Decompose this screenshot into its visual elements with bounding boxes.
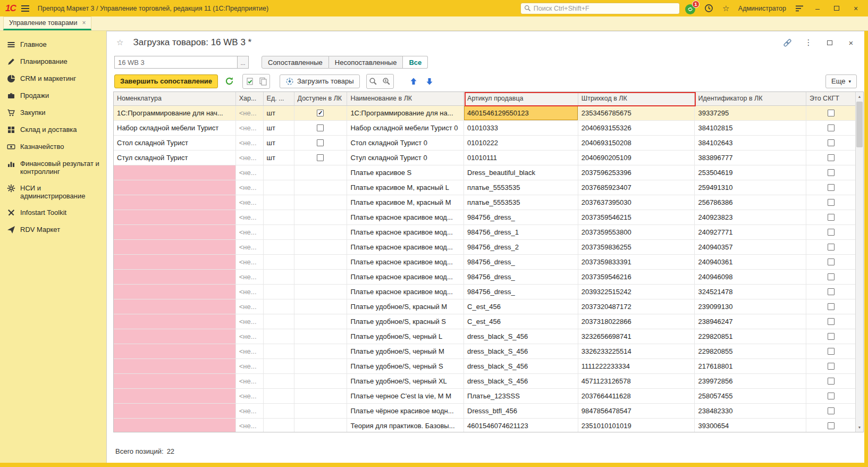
cell-nomenclature[interactable]: [114, 210, 236, 224]
table-row[interactable]: <не...Платье чёрное красивое модн...Dres…: [114, 404, 855, 419]
cell-seller-article[interactable]: 984756_dress_1: [464, 225, 578, 239]
checkbox-is-skgt[interactable]: [828, 139, 835, 146]
cell-available-in-lk[interactable]: [294, 240, 348, 254]
cell-characteristic[interactable]: <не...: [236, 151, 264, 165]
checkbox-is-skgt[interactable]: [828, 124, 835, 131]
cell-unit[interactable]: [264, 404, 294, 418]
cell-available-in-lk[interactable]: [294, 180, 348, 195]
more-button[interactable]: Еще ▾: [825, 74, 857, 88]
cell-name-in-lk[interactable]: Платье удобное/S, черный L: [347, 329, 464, 344]
cell-is-skgt[interactable]: [806, 299, 855, 314]
cell-barcode-in-lk[interactable]: 2037664411628: [578, 389, 695, 403]
cell-name-in-lk[interactable]: Платье красное красивое мод...: [347, 285, 464, 299]
cell-identifier-in-lk[interactable]: 217618801: [695, 359, 806, 373]
column-header-name-in-lk[interactable]: Наименование в ЛК: [347, 92, 464, 105]
advanced-find-button[interactable]: [380, 74, 393, 88]
cell-barcode-in-lk[interactable]: 2040690205109: [578, 151, 695, 165]
sidebar-item-glavnoe[interactable]: Главное: [0, 36, 106, 53]
cell-characteristic[interactable]: <не...: [236, 195, 264, 210]
cell-unit[interactable]: [264, 180, 294, 195]
favorites-star-icon[interactable]: ☆: [720, 3, 732, 14]
cell-available-in-lk[interactable]: [294, 404, 348, 418]
cell-is-skgt[interactable]: [806, 255, 855, 269]
cell-characteristic[interactable]: <не...: [236, 165, 264, 180]
cell-nomenclature[interactable]: [114, 240, 236, 254]
cell-characteristic[interactable]: <не...: [236, 121, 264, 135]
cell-nomenclature[interactable]: [114, 359, 236, 373]
table-row[interactable]: <не...Платье черное C'est la vie, М MПла…: [114, 389, 855, 404]
cell-seller-article[interactable]: C_est_456: [464, 299, 578, 314]
table-row[interactable]: <не...Платье красное красивое мод...9847…: [114, 240, 855, 255]
table-row[interactable]: <не...Платье красивое М, красный Lплатье…: [114, 180, 855, 195]
tab-upravlenie-tovarami[interactable]: Управление товарами ×: [3, 16, 91, 30]
cell-unit[interactable]: [264, 195, 294, 210]
cell-seller-article[interactable]: C_est_456: [464, 314, 578, 329]
checkbox-available-in-lk[interactable]: [317, 110, 324, 116]
checkbox-is-skgt[interactable]: [828, 288, 835, 295]
cell-name-in-lk[interactable]: Платье удобное/S, черный M: [347, 344, 464, 358]
maximize-button[interactable]: [830, 2, 844, 15]
cell-barcode-in-lk[interactable]: 9847856478547: [578, 404, 695, 418]
global-search[interactable]: [520, 3, 680, 14]
cell-available-in-lk[interactable]: [294, 374, 348, 388]
cell-identifier-in-lk[interactable]: 253504619: [695, 165, 806, 180]
cell-barcode-in-lk[interactable]: 2037359833391: [578, 255, 695, 269]
table-row[interactable]: <не...Платье красное красивое мод...9847…: [114, 270, 855, 285]
cell-nomenclature[interactable]: [114, 329, 236, 344]
table-row[interactable]: <не...Платье удобное/S, черный Mdress_bl…: [114, 344, 855, 359]
cell-is-skgt[interactable]: [806, 285, 855, 299]
filter-matched[interactable]: Сопоставленные: [262, 56, 329, 69]
cell-nomenclature[interactable]: [114, 180, 236, 195]
checkbox-is-skgt[interactable]: [828, 378, 835, 385]
table-row[interactable]: <не...Платье удобное/S, черный Ldress_bl…: [114, 329, 855, 344]
cell-characteristic[interactable]: <не...: [236, 210, 264, 224]
cell-name-in-lk[interactable]: Платье красное красивое мод...: [347, 255, 464, 269]
cell-available-in-lk[interactable]: [294, 344, 348, 358]
cell-available-in-lk[interactable]: [294, 255, 348, 269]
cell-name-in-lk[interactable]: Платье красивое S: [347, 165, 464, 180]
checkbox-is-skgt[interactable]: [828, 363, 835, 370]
table-row[interactable]: <не...Платье удобное/S, черный Sdress_bl…: [114, 359, 855, 374]
minimize-button[interactable]: –: [811, 2, 824, 15]
favorite-star-icon[interactable]: ☆: [116, 38, 123, 47]
checkbox-available-in-lk[interactable]: [317, 124, 324, 131]
checkbox-is-skgt[interactable]: [828, 422, 835, 429]
table-row[interactable]: Стол складной Турист<не...штСтол складно…: [114, 136, 855, 151]
table-row[interactable]: <не...Платье удобное/S, красный MC_est_4…: [114, 299, 855, 314]
cell-is-skgt[interactable]: [806, 195, 855, 210]
cell-barcode-in-lk[interactable]: 2037320487172: [578, 299, 695, 314]
link-icon[interactable]: [781, 37, 793, 48]
cell-identifier-in-lk[interactable]: 383896777: [695, 151, 806, 165]
sidebar-item-zakupki[interactable]: Закупки: [0, 104, 106, 121]
checkbox-is-skgt[interactable]: [828, 407, 835, 414]
cell-barcode-in-lk[interactable]: 2040693155326: [578, 121, 695, 135]
cell-characteristic[interactable]: <не...: [236, 404, 264, 418]
cell-seller-article[interactable]: платье_5553535: [464, 195, 578, 210]
cell-barcode-in-lk[interactable]: 3232656698741: [578, 329, 695, 344]
table-row[interactable]: <не...Платье удобное/S, красный SC_est_4…: [114, 314, 855, 329]
sidebar-item-finrezultat[interactable]: Финансовый результат и контроллинг: [0, 155, 106, 180]
cell-unit[interactable]: [264, 165, 294, 180]
cell-identifier-in-lk[interactable]: 239099130: [695, 299, 806, 314]
cell-barcode-in-lk[interactable]: 2353456785675: [578, 106, 695, 120]
cell-unit[interactable]: [264, 329, 294, 344]
cell-barcode-in-lk[interactable]: 4571123126578: [578, 374, 695, 388]
cell-seller-article[interactable]: dress_black_S_456: [464, 359, 578, 373]
checkbox-is-skgt[interactable]: [828, 199, 835, 206]
cell-name-in-lk[interactable]: Платье черное C'est la vie, М M: [347, 389, 464, 403]
cell-unit[interactable]: [264, 240, 294, 254]
refresh-button[interactable]: [222, 74, 236, 88]
cell-barcode-in-lk[interactable]: 2037359836255: [578, 240, 695, 254]
service-menu-icon[interactable]: [794, 3, 805, 14]
table-row[interactable]: <не...Платье удобное/S, черный XLdress_b…: [114, 374, 855, 389]
cell-seller-article[interactable]: dress_black_S_456: [464, 329, 578, 344]
cell-identifier-in-lk[interactable]: 238482330: [695, 404, 806, 418]
checkbox-is-skgt[interactable]: [828, 333, 835, 340]
cell-nomenclature[interactable]: 1С:Программирование для нач...: [114, 106, 236, 120]
sidebar-item-kaznacheystvo[interactable]: Казначейство: [0, 138, 106, 155]
cell-barcode-in-lk[interactable]: 2037685923407: [578, 180, 695, 195]
cell-name-in-lk[interactable]: Платье удобное/S, черный XL: [347, 374, 464, 388]
cell-is-skgt[interactable]: [806, 389, 855, 403]
cell-nomenclature[interactable]: [114, 285, 236, 299]
cell-available-in-lk[interactable]: [294, 165, 348, 180]
